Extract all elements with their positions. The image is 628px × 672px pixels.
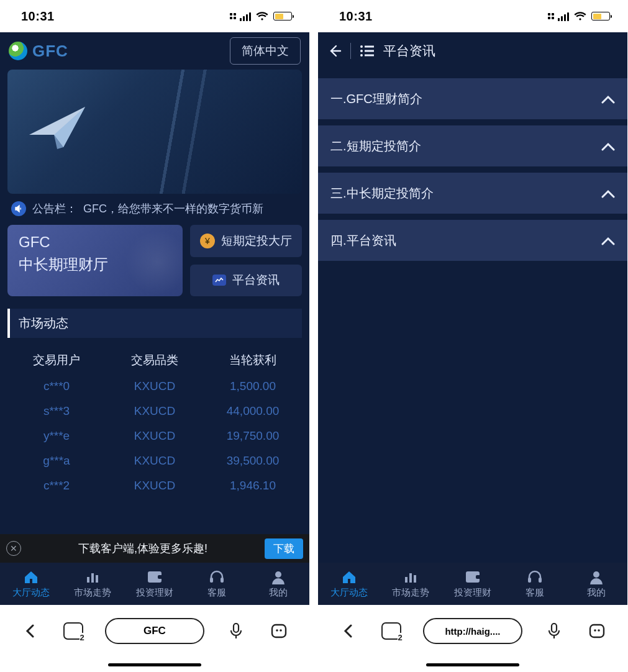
signal-icon [558, 11, 569, 21]
svg-rect-20 [414, 575, 416, 583]
user-icon [589, 569, 604, 585]
download-bar: ✕ 下载客户端,体验更多乐趣! 下载 [0, 534, 309, 563]
svg-rect-19 [409, 573, 412, 583]
news-icon [212, 275, 226, 286]
menu-face-icon[interactable] [268, 620, 290, 642]
status-bar: 10:31 [0, 0, 309, 32]
yen-icon: ¥ [200, 234, 215, 248]
status-bar: 10:31 [318, 0, 627, 32]
platform-news-label: 平台资讯 [232, 272, 280, 288]
nav-label: 客服 [526, 587, 544, 599]
app-news: 平台资讯 一.GFC理财简介 二.短期定投简介 三.中长期定投简介 四.平台资讯 [318, 32, 627, 605]
accordion-list: 一.GFC理财简介 二.短期定投简介 三.中长期定投简介 四.平台资讯 [318, 78, 627, 261]
shortterm-tile[interactable]: ¥ 短期定投大厅 [190, 225, 302, 257]
home-indicator[interactable] [0, 657, 309, 672]
svg-rect-6 [221, 578, 224, 583]
home-indicator[interactable] [318, 657, 627, 672]
download-button[interactable]: 下载 [265, 538, 303, 559]
svg-rect-9 [272, 625, 286, 637]
col-user: 交易用户 [7, 352, 106, 368]
nav-support[interactable]: 客服 [186, 563, 248, 605]
market-table: 交易用户 交易品类 当轮获利 c***0KXUCD1,500.00 s***3K… [7, 347, 302, 498]
svg-point-14 [360, 50, 363, 52]
browser-url[interactable]: http://haig.... [423, 618, 522, 644]
bars-icon [403, 569, 418, 585]
platform-news-tile[interactable]: 平台资讯 [190, 265, 302, 297]
nav-label: 大厅动态 [12, 587, 50, 599]
svg-rect-23 [528, 578, 531, 583]
nav-mine[interactable]: 我的 [247, 563, 309, 605]
bottom-nav: 大厅动态 市场走势 投资理财 客服 我的 [0, 563, 309, 605]
announcement-bar[interactable]: 公告栏： GFC，给您带来不一样的数字货币新 [11, 201, 298, 216]
nav-label: 大厅动态 [330, 587, 368, 599]
svg-point-10 [276, 629, 279, 632]
accordion-item[interactable]: 一.GFC理财简介 [318, 78, 627, 119]
nav-market[interactable]: 市场走势 [380, 563, 442, 605]
svg-rect-4 [158, 575, 163, 579]
svg-rect-2 [96, 575, 98, 583]
browser-back-icon[interactable] [337, 620, 360, 642]
accordion-item[interactable]: 三.中长期定投简介 [318, 173, 627, 214]
nav-home[interactable]: 大厅动态 [0, 563, 62, 605]
language-button[interactable]: 简体中文 [230, 37, 301, 65]
signal-dots-icon [230, 13, 236, 19]
nav-invest[interactable]: 投资理财 [124, 563, 186, 605]
app-main: GFC 简体中文 公告栏： GFC，给您带来不一样的数字货币新 GFC 中长期理… [0, 32, 309, 605]
browser-tabs-icon[interactable]: 2 [380, 620, 403, 642]
page-title: 平台资讯 [383, 42, 435, 60]
chevron-up-icon [601, 92, 615, 106]
top-bar: GFC 简体中文 [0, 32, 309, 70]
nav-label: 我的 [269, 587, 288, 599]
svg-point-7 [275, 571, 281, 578]
browser-back-icon[interactable] [19, 620, 42, 642]
col-product: 交易品类 [106, 352, 204, 368]
svg-point-29 [598, 629, 601, 632]
home-icon [341, 569, 357, 585]
nav-mine[interactable]: 我的 [565, 563, 627, 605]
longterm-tile[interactable]: GFC 中长期理财厅 [7, 225, 183, 296]
nav-market[interactable]: 市场走势 [62, 563, 124, 605]
status-icons [230, 11, 292, 21]
browser-url[interactable]: GFC [105, 618, 204, 644]
phone-right: 10:31 平台资讯 一.GFC理财简介 二.短期定投简介 [318, 0, 627, 672]
accordion-item[interactable]: 四.平台资讯 [318, 220, 627, 261]
nav-support[interactable]: 客服 [504, 563, 566, 605]
table-row: c***0KXUCD1,500.00 [7, 374, 302, 399]
svg-point-25 [593, 571, 599, 578]
accordion-label: 四.平台资讯 [330, 232, 396, 249]
shortterm-label: 短期定投大厅 [221, 233, 292, 249]
nav-invest[interactable]: 投资理财 [442, 563, 504, 605]
browser-toolbar: 2 GFC [0, 605, 309, 657]
svg-rect-1 [91, 573, 94, 583]
close-icon[interactable]: ✕ [6, 541, 21, 556]
bars-icon [85, 569, 100, 585]
svg-rect-0 [87, 577, 89, 583]
news-topbar: 平台资讯 [318, 32, 627, 70]
megaphone-icon [11, 201, 26, 216]
nav-home[interactable]: 大厅动态 [318, 563, 380, 605]
svg-rect-27 [590, 625, 604, 637]
table-header: 交易用户 交易品类 当轮获利 [7, 347, 302, 374]
phone-left: 10:31 GFC 简体中文 [0, 0, 309, 672]
back-icon[interactable] [327, 43, 342, 58]
wallet-icon [465, 569, 481, 585]
status-time: 10:31 [21, 9, 55, 24]
mic-icon[interactable] [543, 620, 565, 642]
announcement-prefix: 公告栏： [32, 201, 77, 216]
signal-icon [240, 11, 251, 21]
svg-rect-8 [234, 624, 239, 632]
accordion-item[interactable]: 二.短期定投简介 [318, 125, 627, 166]
menu-face-icon[interactable] [586, 620, 608, 642]
bottom-nav: 大厅动态 市场走势 投资理财 客服 我的 [318, 563, 627, 605]
battery-icon [273, 12, 292, 20]
list-icon[interactable] [360, 45, 375, 57]
logo-text: GFC [32, 42, 68, 61]
download-text: 下载客户端,体验更多乐趣! [27, 541, 258, 556]
browser-tabs-icon[interactable]: 2 [62, 620, 84, 642]
logo-icon [9, 42, 27, 60]
mic-icon[interactable] [225, 620, 247, 642]
nav-label: 客服 [207, 587, 226, 599]
hero-banner[interactable] [7, 70, 302, 194]
svg-rect-15 [365, 50, 374, 52]
svg-rect-17 [365, 55, 374, 57]
